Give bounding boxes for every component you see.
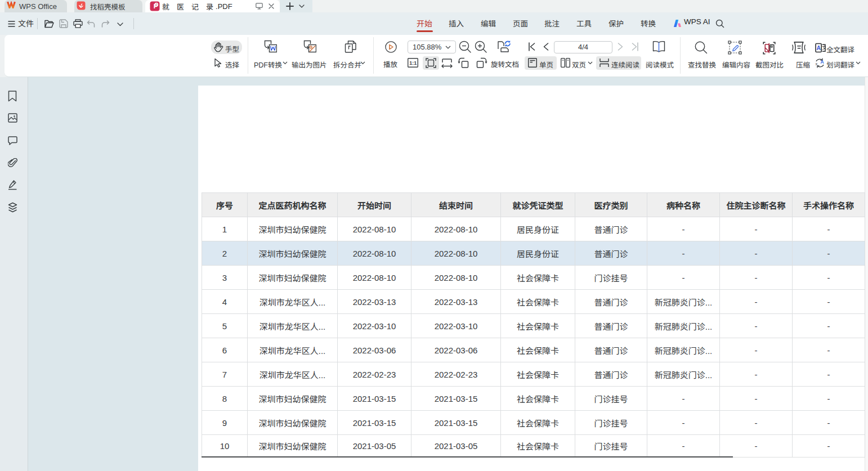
- svg-text:x: x: [816, 61, 818, 66]
- svg-text:A: A: [821, 59, 824, 65]
- svg-text:1:1: 1:1: [409, 60, 417, 66]
- svg-text:文: 文: [822, 44, 826, 51]
- svg-text:A: A: [817, 44, 821, 51]
